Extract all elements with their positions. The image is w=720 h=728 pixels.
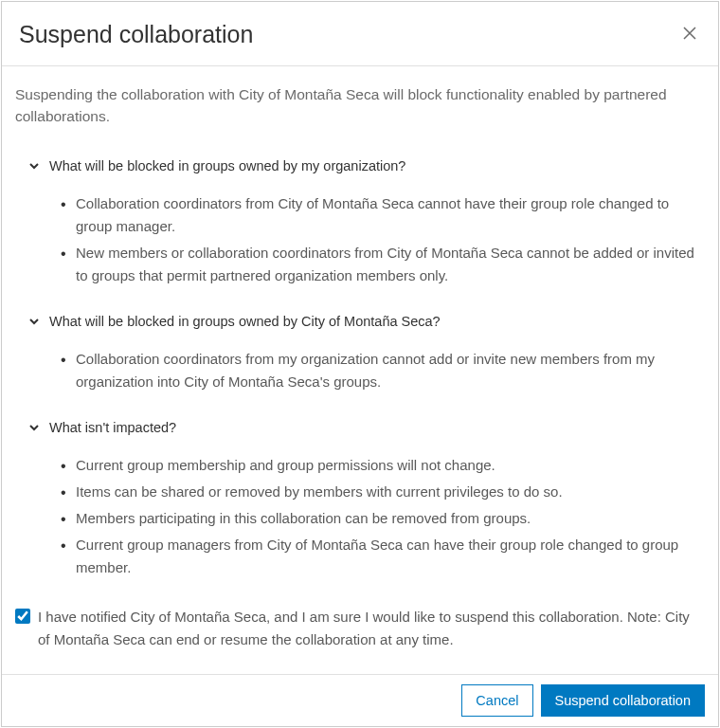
list-item: Items can be shared or removed by member… [61, 481, 705, 503]
dialog-title: Suspend collaboration [19, 21, 253, 48]
intro-text: Suspending the collaboration with City o… [15, 83, 705, 128]
section-blocked-my-org: What will be blocked in groups owned by … [15, 158, 705, 287]
suspend-button[interactable]: Suspend collaboration [541, 684, 706, 717]
list-item: Current group membership and group permi… [61, 454, 705, 477]
section-list: Collaboration coordinators from my organ… [15, 348, 705, 393]
section-list: Current group membership and group permi… [15, 454, 705, 579]
close-icon [683, 27, 696, 44]
dialog-header: Suspend collaboration [2, 2, 718, 66]
list-item: Collaboration coordinators from City of … [61, 192, 705, 238]
section-header[interactable]: What will be blocked in groups owned by … [15, 314, 705, 329]
dialog-content: Suspending the collaboration with City o… [2, 66, 718, 674]
confirm-row: I have notified City of Montaña Seca, an… [15, 606, 705, 651]
section-header[interactable]: What will be blocked in groups owned by … [15, 158, 705, 173]
chevron-down-icon [28, 316, 40, 327]
section-title: What isn't impacted? [49, 420, 176, 435]
list-item: Members participating in this collaborat… [61, 507, 705, 530]
chevron-down-icon [28, 422, 40, 433]
section-header[interactable]: What isn't impacted? [15, 420, 705, 435]
chevron-down-icon [28, 160, 40, 172]
confirm-checkbox[interactable] [15, 609, 30, 624]
confirm-text: I have notified City of Montaña Seca, an… [38, 606, 705, 651]
section-blocked-partner: What will be blocked in groups owned by … [15, 314, 705, 393]
dialog-footer: Cancel Suspend collaboration [2, 674, 718, 726]
list-item: Collaboration coordinators from my organ… [61, 348, 705, 393]
list-item: Current group managers from City of Mont… [61, 534, 705, 579]
section-not-impacted: What isn't impacted? Current group membe… [15, 420, 705, 579]
cancel-button[interactable]: Cancel [461, 684, 532, 717]
section-title: What will be blocked in groups owned by … [49, 158, 405, 173]
list-item: New members or collaboration coordinator… [61, 242, 705, 287]
section-title: What will be blocked in groups owned by … [49, 314, 441, 329]
section-list: Collaboration coordinators from City of … [15, 192, 705, 287]
close-button[interactable] [682, 27, 697, 43]
suspend-collaboration-dialog: Suspend collaboration Suspending the col… [1, 1, 719, 727]
